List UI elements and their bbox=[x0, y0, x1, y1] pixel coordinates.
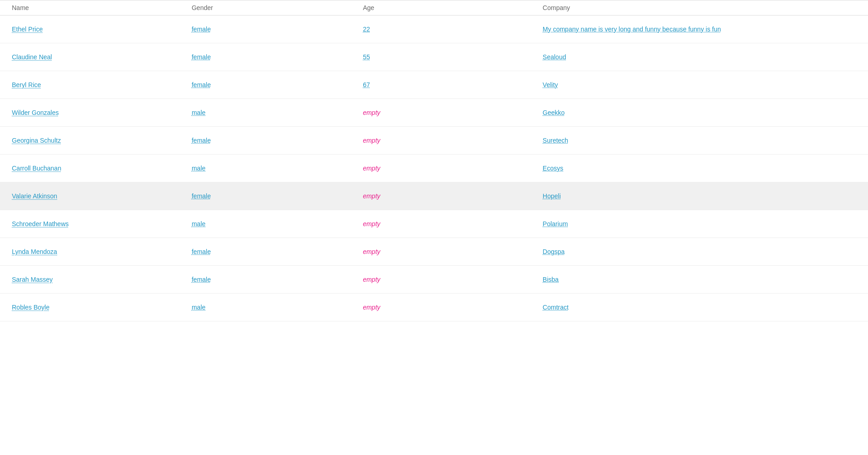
cell-age: empty bbox=[363, 248, 543, 255]
gender-link[interactable]: male bbox=[192, 165, 205, 172]
cell-gender: female bbox=[192, 81, 363, 88]
company-link[interactable]: Suretech bbox=[543, 137, 568, 144]
age-link[interactable]: 67 bbox=[363, 81, 370, 88]
gender-link[interactable]: male bbox=[192, 109, 205, 116]
cell-gender: male bbox=[192, 304, 363, 311]
cell-name: Claudine Neal bbox=[12, 53, 192, 61]
cell-age: empty bbox=[363, 304, 543, 311]
header-name: Name bbox=[12, 4, 192, 11]
cell-name: Georgina Schultz bbox=[12, 137, 192, 144]
age-empty: empty bbox=[363, 220, 380, 228]
name-link[interactable]: Sarah Massey bbox=[12, 276, 52, 283]
header-age: Age bbox=[363, 4, 543, 11]
cell-name: Sarah Massey bbox=[12, 276, 192, 283]
table-row: Lynda MendozafemaleemptyDogspa bbox=[0, 238, 868, 266]
company-link[interactable]: Bisba bbox=[543, 276, 559, 283]
table-row: Beryl Ricefemale67Velity bbox=[0, 71, 868, 99]
gender-link[interactable]: female bbox=[192, 248, 211, 255]
cell-gender: female bbox=[192, 192, 363, 200]
gender-link[interactable]: female bbox=[192, 276, 211, 283]
age-empty: empty bbox=[363, 165, 380, 172]
company-link[interactable]: My company name is very long and funny b… bbox=[543, 26, 721, 33]
company-link[interactable]: Sealoud bbox=[543, 53, 566, 61]
table-body: Ethel Pricefemale22My company name is ve… bbox=[0, 16, 868, 321]
gender-link[interactable]: female bbox=[192, 137, 211, 144]
cell-gender: female bbox=[192, 248, 363, 255]
cell-name: Ethel Price bbox=[12, 26, 192, 33]
cell-company: Velity bbox=[543, 81, 868, 88]
age-empty: empty bbox=[363, 192, 380, 200]
table-row: Wilder GonzalesmaleemptyGeekko bbox=[0, 99, 868, 127]
company-link[interactable]: Dogspa bbox=[543, 248, 565, 255]
age-empty: empty bbox=[363, 276, 380, 283]
cell-name: Carroll Buchanan bbox=[12, 165, 192, 172]
cell-name: Robles Boyle bbox=[12, 304, 192, 311]
gender-link[interactable]: female bbox=[192, 26, 211, 33]
cell-company: Dogspa bbox=[543, 248, 868, 255]
cell-name: Beryl Rice bbox=[12, 81, 192, 88]
gender-link[interactable]: female bbox=[192, 53, 211, 61]
gender-link[interactable]: female bbox=[192, 81, 211, 88]
age-empty: empty bbox=[363, 109, 380, 116]
cell-age: 55 bbox=[363, 53, 543, 61]
age-empty: empty bbox=[363, 248, 380, 255]
table-row: Georgina SchultzfemaleemptySuretech bbox=[0, 127, 868, 155]
cell-age: empty bbox=[363, 109, 543, 116]
cell-gender: male bbox=[192, 220, 363, 228]
cell-age: 22 bbox=[363, 26, 543, 33]
cell-age: empty bbox=[363, 165, 543, 172]
cell-company: Geekko bbox=[543, 109, 868, 116]
table-row: Claudine Nealfemale55Sealoud bbox=[0, 43, 868, 71]
name-link[interactable]: Valarie Atkinson bbox=[12, 192, 57, 200]
cell-name: Valarie Atkinson bbox=[12, 192, 192, 200]
cell-company: Hopeli bbox=[543, 192, 868, 200]
cell-age: empty bbox=[363, 220, 543, 228]
age-empty: empty bbox=[363, 137, 380, 144]
gender-link[interactable]: male bbox=[192, 304, 205, 311]
cell-name: Wilder Gonzales bbox=[12, 109, 192, 116]
header-gender: Gender bbox=[192, 4, 363, 11]
cell-name: Lynda Mendoza bbox=[12, 248, 192, 255]
name-link[interactable]: Beryl Rice bbox=[12, 81, 41, 88]
cell-company: Ecosys bbox=[543, 165, 868, 172]
age-link[interactable]: 55 bbox=[363, 53, 370, 61]
cell-gender: female bbox=[192, 53, 363, 61]
cell-company: Suretech bbox=[543, 137, 868, 144]
table-row: Ethel Pricefemale22My company name is ve… bbox=[0, 16, 868, 43]
name-link[interactable]: Georgina Schultz bbox=[12, 137, 61, 144]
cell-gender: male bbox=[192, 165, 363, 172]
cell-company: Comtract bbox=[543, 304, 868, 311]
header-company: Company bbox=[543, 4, 868, 11]
name-link[interactable]: Schroeder Mathews bbox=[12, 220, 69, 228]
company-link[interactable]: Hopeli bbox=[543, 192, 561, 200]
cell-gender: female bbox=[192, 276, 363, 283]
company-link[interactable]: Polarium bbox=[543, 220, 568, 228]
table-row: Schroeder MathewsmaleemptyPolarium bbox=[0, 210, 868, 238]
name-link[interactable]: Lynda Mendoza bbox=[12, 248, 57, 255]
name-link[interactable]: Robles Boyle bbox=[12, 304, 50, 311]
table-wrapper: Name Gender Age Company Ethel Pricefemal… bbox=[0, 0, 868, 321]
table-row: Sarah MasseyfemaleemptyBisba bbox=[0, 266, 868, 294]
company-link[interactable]: Velity bbox=[543, 81, 558, 88]
table-header: Name Gender Age Company bbox=[0, 0, 868, 16]
cell-name: Schroeder Mathews bbox=[12, 220, 192, 228]
company-link[interactable]: Comtract bbox=[543, 304, 569, 311]
cell-age: empty bbox=[363, 192, 543, 200]
age-link[interactable]: 22 bbox=[363, 26, 370, 33]
gender-link[interactable]: male bbox=[192, 220, 205, 228]
cell-company: Bisba bbox=[543, 276, 868, 283]
name-link[interactable]: Wilder Gonzales bbox=[12, 109, 59, 116]
name-link[interactable]: Carroll Buchanan bbox=[12, 165, 61, 172]
company-link[interactable]: Geekko bbox=[543, 109, 565, 116]
age-empty: empty bbox=[363, 304, 380, 311]
cell-company: Sealoud bbox=[543, 53, 868, 61]
gender-link[interactable]: female bbox=[192, 192, 211, 200]
table-row: Carroll BuchananmaleemptyEcosys bbox=[0, 155, 868, 182]
name-link[interactable]: Ethel Price bbox=[12, 26, 43, 33]
name-link[interactable]: Claudine Neal bbox=[12, 53, 52, 61]
table-row: Robles BoylemaleemptyComtract bbox=[0, 294, 868, 321]
table-row: Valarie AtkinsonfemaleemptyHopeli bbox=[0, 182, 868, 210]
company-link[interactable]: Ecosys bbox=[543, 165, 563, 172]
cell-age: 67 bbox=[363, 81, 543, 88]
cell-gender: female bbox=[192, 26, 363, 33]
